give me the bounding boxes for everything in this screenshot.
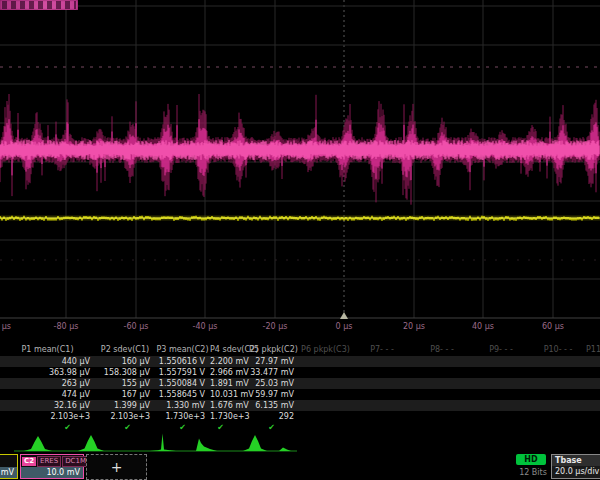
measurement-value [412, 411, 472, 422]
time-axis: -100 µs-80 µs-60 µs-40 µs-20 µs0 µs20 µs… [0, 321, 600, 332]
trace-c1 [0, 216, 600, 221]
measurement-value: 1.399 µV [95, 400, 155, 411]
param-header[interactable]: P9- - - [472, 343, 530, 356]
measurement-row: 32.16 µV1.399 µV1.330 mV1.676 mV6.135 mV [0, 400, 600, 411]
param-header[interactable]: P6 pkpk(C3) [299, 343, 352, 356]
tbase-box[interactable]: Tbase 20.0 µs/div [551, 454, 600, 479]
measurement-value: 2.200 mV [210, 356, 248, 367]
measurement-value [352, 356, 412, 367]
measurement-value [586, 400, 600, 411]
param-header[interactable]: P4 sdev(C2) [210, 343, 248, 356]
measurement-value: 2.103e+3 [0, 411, 95, 422]
measurement-value: 1.550084 V [155, 378, 210, 389]
measurement-value [586, 367, 600, 378]
histicons [0, 429, 600, 453]
measurement-value [412, 400, 472, 411]
measurement-value [586, 378, 600, 389]
measurement-value [352, 400, 412, 411]
tick-label: -20 µs [252, 321, 298, 332]
channel-box-c2[interactable]: C2 ERES DC1M 10.0 mV [20, 454, 84, 479]
param-header[interactable]: P10- - - [530, 343, 586, 356]
measurement-value [412, 367, 472, 378]
measurement-value: 1.730e+3 [155, 411, 210, 422]
tick-label: -100 µs [0, 321, 19, 332]
hd-badge[interactable]: HD [516, 454, 546, 465]
measurement-value: 33.477 mV [248, 367, 299, 378]
measurement-row: 263 µV155 µV1.550084 V1.891 mV25.03 mV [0, 378, 600, 389]
eres-badge: ERES [37, 456, 61, 467]
trigger-marker[interactable] [340, 312, 348, 319]
measurement-value [472, 378, 530, 389]
measurement-value: 1.730e+3 [210, 411, 248, 422]
measurement-value: 474 µV [0, 389, 95, 400]
measurement-value [412, 378, 472, 389]
measurement-table: P1 mean(C1)P2 sdev(C1)P3 mean(C2)P4 sdev… [0, 343, 600, 433]
histicon-p2[interactable] [78, 435, 104, 451]
measurement-value [472, 411, 530, 422]
measurement-value [586, 389, 600, 400]
measurement-value [299, 389, 352, 400]
coupling-badge-c2: DC1M [62, 456, 89, 467]
measurement-value [530, 411, 586, 422]
flag-marks [2, 1, 76, 9]
measurement-value: 32.16 µV [0, 400, 95, 411]
measurement-value: 6.135 mV [248, 400, 299, 411]
param-header[interactable]: P5 pkpk(C2) [248, 343, 299, 356]
param-header[interactable]: P3 mean(C2) [155, 343, 210, 356]
measurement-value: 292 [248, 411, 299, 422]
measurement-value: 25.03 mV [248, 378, 299, 389]
oscilloscope-screen: -100 µs-80 µs-60 µs-40 µs-20 µs0 µs20 µs… [0, 0, 600, 480]
param-header-row: P1 mean(C1)P2 sdev(C1)P3 mean(C2)P4 sdev… [0, 343, 600, 356]
trace-c2 [0, 94, 599, 205]
plus-icon: + [111, 459, 123, 475]
hd-bits: 12 Bits [516, 468, 550, 477]
measurement-row: 440 µV160 µV1.550616 V2.200 mV27.97 mV [0, 356, 600, 367]
measurement-row: 363.98 µV158.308 µV1.557591 V2.966 mV33.… [0, 367, 600, 378]
measurement-value: 263 µV [0, 378, 95, 389]
histicon-p3[interactable] [150, 434, 176, 452]
measurement-value [530, 367, 586, 378]
measurement-value: 158.308 µV [95, 367, 155, 378]
tick-label: 60 µs [530, 321, 576, 332]
measurement-value: 59.97 mV [248, 389, 299, 400]
histicon-p5[interactable] [243, 435, 267, 451]
measurement-value: 27.97 mV [248, 356, 299, 367]
add-trace-button[interactable]: + [86, 454, 147, 480]
param-header[interactable]: P11 [586, 343, 600, 356]
measurement-value: 440 µV [0, 356, 95, 367]
measurement-value: 363.98 µV [0, 367, 95, 378]
measurement-value [299, 378, 352, 389]
tick-label: -80 µs [43, 321, 89, 332]
top-left-flag [0, 0, 78, 10]
measurement-value [352, 367, 412, 378]
tick-label: 40 µs [460, 321, 506, 332]
measurement-value [586, 356, 600, 367]
tick-label: -40 µs [182, 321, 228, 332]
param-header[interactable]: P8- - - [412, 343, 472, 356]
param-header[interactable]: P7- - - [352, 343, 412, 356]
tick-label: 20 µs [391, 321, 437, 332]
measurement-value [472, 389, 530, 400]
measurement-value [299, 400, 352, 411]
histicon-p4[interactable] [196, 439, 217, 452]
measurement-value: 1.550616 V [155, 356, 210, 367]
c2-scale: 10.0 mV [21, 467, 83, 478]
histicon-p5-tail [279, 448, 291, 452]
waveform-grid [0, 0, 600, 340]
measurement-value [299, 411, 352, 422]
tbase-label: Tbase [552, 455, 600, 466]
tick-label: -60 µs [113, 321, 159, 332]
channel-badge-c2: C2 [22, 457, 36, 466]
param-header[interactable]: P1 mean(C1) [0, 343, 95, 356]
measurement-value: 160 µV [95, 356, 155, 367]
measurement-value [472, 356, 530, 367]
channel-box-c1[interactable]: C1 DC1M 10.0 mV [0, 454, 18, 479]
tbase-value: 20.0 µs/div [552, 466, 600, 478]
c1-scale: 10.0 mV [0, 467, 17, 478]
measurement-value: 1.557591 V [155, 367, 210, 378]
measurement-value: 1.891 mV [210, 378, 248, 389]
measurement-value [299, 356, 352, 367]
param-header[interactable]: P2 sdev(C1) [95, 343, 155, 356]
histicon-p1[interactable] [24, 436, 52, 451]
measurement-row: 474 µV167 µV1.558645 V10.031 mV59.97 mV [0, 389, 600, 400]
